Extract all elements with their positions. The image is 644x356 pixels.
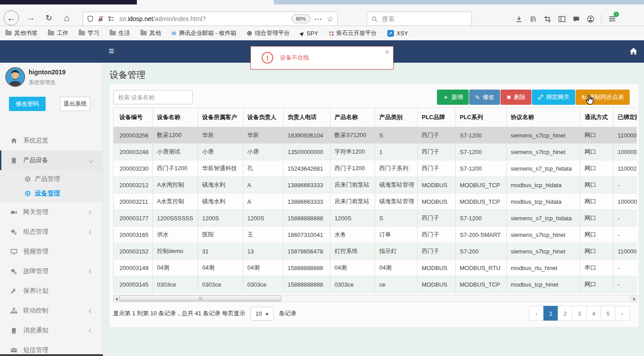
- table-row[interactable]: 200003212A水闸控制镇海水利A13886663333庶来门前泵站镇海泵站…: [114, 177, 637, 193]
- table-row[interactable]: 200003230西门子1200华辰智通科技孔15243642681西门子120…: [114, 160, 637, 177]
- records-summary: 显示第 1 到第 10 条记录，总共 41 条记录 每页显示: [113, 310, 245, 317]
- sidebar-item-视频管理[interactable]: 视频管理: [0, 242, 102, 262]
- table-cell: 200003248: [114, 144, 153, 160]
- table-cell: 200003165: [114, 227, 153, 243]
- column-header: 产品类别: [375, 108, 418, 127]
- chevron-down-icon: [89, 158, 93, 163]
- permissions-icon[interactable]: [107, 15, 114, 22]
- account-icon[interactable]: [587, 15, 594, 23]
- sidebar-item-故障管理[interactable]: 故障管理: [0, 262, 102, 281]
- table-row[interactable]: 20000314904测04测04测1588888888804测04测MODBU…: [114, 260, 637, 276]
- download-icon[interactable]: [515, 15, 523, 23]
- browser-search[interactable]: [367, 12, 472, 26]
- table-row[interactable]: 200003256数采1200华辰华辰18390936104数采S71200S西…: [114, 127, 637, 144]
- sidebar-item-联动控制[interactable]: 联动控制: [0, 301, 102, 321]
- records-summary-suffix: 条记录: [279, 310, 297, 317]
- sidebar-item-消息通知[interactable]: 消息通知: [0, 321, 102, 340]
- sidebar-item-产品设备[interactable]: 产品设备: [0, 150, 102, 170]
- table-row[interactable]: 200003152控制demo311315878656478灯控系统指示灯西门子…: [114, 243, 637, 260]
- bind-gateway-button[interactable]: 绑定网关: [532, 90, 575, 105]
- table-cell: 04测: [243, 260, 284, 276]
- insecure-lock-icon[interactable]: [97, 15, 104, 22]
- bookmark-item[interactable]: 其他书签: [5, 29, 38, 37]
- table-cell: S7-200: [456, 243, 507, 260]
- table-cell: 13500000000: [284, 144, 330, 160]
- device-search-input[interactable]: [113, 90, 193, 104]
- url-bar[interactable]: iot.idosp.net/admin/index.html? 80% ··· …: [83, 12, 338, 26]
- table-row[interactable]: 200003165供水医院王18607310041水务订单西门子S7-200-S…: [114, 227, 637, 243]
- pagination-next[interactable]: ›: [615, 306, 630, 321]
- bookmark-item[interactable]: 工作: [48, 29, 68, 37]
- zoom-level-badge[interactable]: 80%: [292, 14, 310, 23]
- button-label: 删除: [514, 93, 525, 101]
- table-cell: 王: [243, 227, 284, 243]
- bookmark-item[interactable]: ✉腾讯企业邮箱 - 收件箱: [171, 29, 236, 37]
- bookmark-item[interactable]: ▶SPY: [300, 30, 318, 37]
- screenshot-icon[interactable]: [544, 15, 551, 23]
- table-cell: -: [614, 210, 637, 227]
- pagination-prev[interactable]: ‹: [529, 306, 544, 321]
- add-device-button[interactable]: ＋新增: [437, 90, 469, 105]
- bookmark-item[interactable]: 生活: [110, 29, 130, 37]
- chevron-left-icon: [89, 328, 93, 333]
- scrollbar-track[interactable]: [119, 295, 631, 302]
- table-cell: 控制demo: [153, 243, 198, 260]
- back-button[interactable]: ←: [4, 10, 19, 26]
- alert-close-icon[interactable]: ×: [385, 48, 389, 56]
- hamburger-menu-button[interactable]: ↑: [608, 15, 616, 23]
- sidebar-subitem-设备管理[interactable]: 设备管理: [0, 186, 102, 201]
- home-icon: [10, 137, 17, 144]
- tabstrip-active-tab[interactable]: [137, 0, 274, 4]
- sidebar-item-label: 短信管理: [23, 346, 48, 354]
- browser-search-input[interactable]: [381, 15, 467, 23]
- pagination-page-1[interactable]: 1: [543, 306, 558, 321]
- edit-device-button[interactable]: ✎修改: [469, 90, 500, 105]
- sidebar-item-网关管理[interactable]: 网关管理: [0, 202, 102, 222]
- pagination-page-5[interactable]: 5: [601, 306, 615, 321]
- sidebar-item-系统总览[interactable]: 系统总览: [0, 131, 102, 150]
- table-cell: MODBUS_TCP: [456, 193, 507, 210]
- sidebar-collapse-icon[interactable]: ≡: [109, 46, 114, 56]
- scroll-right-arrow[interactable]: [631, 295, 637, 302]
- table-row[interactable]: 200003248小唐测试小唐小唐13500000000字符串12001西门子S…: [114, 144, 637, 160]
- url-text[interactable]: iot.idosp.net/admin/index.html?: [119, 15, 292, 22]
- sidebar-item-保养计划[interactable]: 保养计划: [0, 281, 102, 301]
- scrollbar-thumb[interactable]: [119, 296, 281, 301]
- change-password-button[interactable]: 修改密码: [9, 97, 46, 111]
- table-cell: 1100008: [614, 127, 637, 144]
- library-icon[interactable]: [530, 15, 537, 23]
- bookmark-item[interactable]: 萤石云开放平台: [329, 29, 377, 37]
- bookmark-star-icon[interactable]: ☆: [327, 14, 334, 24]
- bookmark-label: XSY: [397, 30, 408, 37]
- sidebar-item-短信管理[interactable]: 短信管理: [0, 340, 102, 356]
- horizontal-scrollbar[interactable]: [113, 295, 637, 302]
- delete-device-button[interactable]: ✖删除: [500, 90, 531, 105]
- bookmark-item[interactable]: 学习: [79, 29, 99, 37]
- sidebar-item-组态管理[interactable]: 组态管理: [0, 222, 102, 242]
- reload-button[interactable]: ↻: [41, 10, 56, 26]
- bookmark-item[interactable]: 其他: [140, 29, 161, 37]
- table-cell: 1000000: [614, 193, 637, 210]
- bookmark-item[interactable]: ⊕综合管理平台: [246, 29, 290, 37]
- scroll-left-arrow[interactable]: [113, 295, 119, 302]
- pagination-page-4[interactable]: 4: [586, 306, 601, 321]
- page-actions-icon[interactable]: ···: [314, 15, 322, 23]
- sidebar-toggle-icon[interactable]: [558, 15, 566, 23]
- shield-icon[interactable]: [87, 15, 94, 22]
- envelope-icon: [10, 347, 17, 354]
- page-size-select[interactable]: 10: [250, 307, 274, 321]
- table-row[interactable]: 2000031771200SSSSSS1200S1200S15888888888…: [114, 210, 637, 227]
- camera-icon: [10, 209, 17, 216]
- logout-button[interactable]: 退出系统: [60, 97, 90, 111]
- table-row[interactable]: 200003211A水泵控制镇海水利A13886663333庶来门前泵站镇海泵站…: [114, 193, 637, 210]
- bookmark-item[interactable]: ↗XSY: [387, 30, 408, 37]
- table-cell: ce: [375, 276, 418, 293]
- pagination-page-3[interactable]: 3: [572, 306, 587, 321]
- pagination-page-2[interactable]: 2: [558, 306, 572, 321]
- chat-icon[interactable]: [572, 15, 580, 23]
- browser-home-button[interactable]: ⌂: [59, 10, 74, 26]
- table-row[interactable]: 2000031450303ce0303ce0303ce1588888888803…: [114, 276, 637, 293]
- app-home-icon[interactable]: [629, 47, 638, 56]
- forward-button[interactable]: →: [23, 10, 38, 26]
- sidebar-subitem-产品管理[interactable]: 产品管理: [0, 172, 102, 186]
